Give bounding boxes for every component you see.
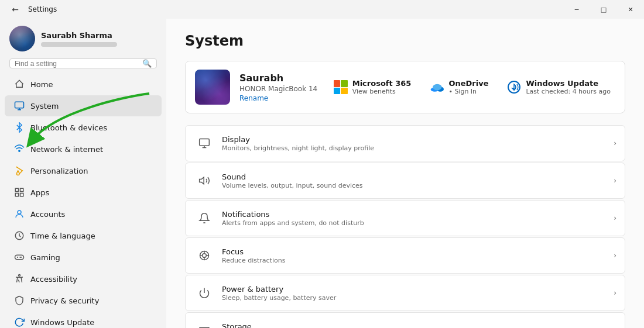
back-button[interactable]: ← [7, 1, 23, 18]
profile-info: Saurabh Sharma [41, 31, 117, 47]
sidebar-item-network[interactable]: Network & internet [5, 139, 162, 160]
settings-item-sub-notifications: Alerts from apps and system, do not dist… [222, 219, 614, 227]
sidebar-item-label-gaming: Gaming [30, 253, 152, 262]
sidebar-item-label-home: Home [30, 80, 152, 89]
settings-item-sub-focus: Reduce distractions [222, 257, 614, 264]
svg-point-15 [19, 275, 20, 277]
settings-item-text-sound: Sound Volume levels, output, input, soun… [222, 172, 614, 189]
svg-rect-10 [15, 255, 24, 260]
sidebar-item-accounts[interactable]: Accounts [5, 203, 162, 225]
service-onedrive: OneDrive Sign In [425, 79, 493, 95]
sidebar-item-gaming[interactable]: Gaming [5, 247, 162, 268]
sidebar-item-home[interactable]: Home [5, 74, 162, 95]
svg-point-14 [20, 257, 20, 258]
onedrive-icon [430, 80, 444, 94]
chevron-right-icon-focus: › [614, 251, 616, 260]
search-box[interactable]: 🔍 [9, 58, 157, 68]
settings-item-text-focus: Focus Reduce distractions [222, 247, 614, 264]
windows-update-icon [507, 80, 521, 94]
minimize-button[interactable]: ─ [563, 0, 590, 19]
maximize-button[interactable]: □ [590, 0, 617, 19]
svg-point-25 [203, 254, 207, 258]
user-card: Saurabh HONOR MagicBook 14 Rename Micros… [185, 61, 625, 113]
avatar [9, 26, 35, 51]
winupdate-sub: Last checked: 4 hours ago [526, 88, 611, 95]
sidebar-item-label-apps: Apps [30, 188, 152, 197]
settings-item-title-power: Power & battery [222, 285, 614, 294]
update-nav-icon [14, 317, 25, 327]
search-input[interactable] [15, 60, 139, 68]
profile-email-bar [41, 42, 117, 47]
onedrive-sub: Sign In [448, 88, 488, 95]
sidebar-item-bluetooth[interactable]: Bluetooth & devices [5, 117, 162, 138]
user-info: Saurabh HONOR MagicBook 14 Rename [239, 72, 320, 102]
sidebar-item-windows_update[interactable]: Windows Update [5, 312, 162, 328]
window-controls: ─ □ ✕ [563, 0, 644, 19]
monitor-nav-icon [14, 101, 25, 111]
svg-marker-23 [200, 177, 204, 184]
user-name: Saurabh [239, 72, 320, 84]
svg-point-8 [18, 210, 21, 214]
settings-item-power[interactable]: Power & battery Sleep, battery usage, ba… [185, 275, 625, 311]
settings-item-text-storage: Storage Storage space, drives, configura… [222, 322, 614, 329]
chevron-right-icon-notifications: › [614, 214, 616, 222]
svg-rect-0 [15, 102, 24, 108]
onedrive-name: OneDrive [448, 79, 488, 88]
close-button[interactable]: ✕ [617, 0, 644, 19]
settings-item-sub-power: Sleep, battery usage, battery saver [222, 294, 614, 302]
service-cards: Microsoft 365 View benefits OneDrive Sig… [329, 79, 615, 95]
avatar-image [9, 26, 35, 51]
sidebar-item-apps[interactable]: Apps [5, 182, 162, 203]
apps-nav-icon [14, 187, 25, 198]
settings-item-text-display: Display Monitors, brightness, night ligh… [222, 135, 614, 152]
settings-list: Display Monitors, brightness, night ligh… [185, 125, 625, 328]
settings-item-focus[interactable]: Focus Reduce distractions › [185, 237, 625, 274]
settings-item-title-notifications: Notifications [222, 210, 614, 219]
titlebar: ← Settings ─ □ ✕ [0, 0, 644, 19]
settings-item-display[interactable]: Display Monitors, brightness, night ligh… [185, 125, 625, 161]
sidebar-item-time[interactable]: Time & language [5, 225, 162, 246]
main-content: System Saurabh HONOR MagicBook 14 Rename… [166, 19, 644, 328]
sound-settings-icon [194, 170, 215, 191]
nav-list: Home System Bluetooth & devices Network … [0, 73, 166, 328]
brush-nav-icon [14, 165, 25, 176]
power-settings-icon [194, 282, 215, 303]
settings-item-text-power: Power & battery Sleep, battery usage, ba… [222, 285, 614, 302]
titlebar-left: ← Settings [7, 1, 57, 18]
storage-settings-icon [194, 320, 215, 328]
bluetooth-nav-icon [14, 122, 25, 133]
sidebar-item-label-accessibility: Accessibility [30, 275, 152, 284]
ms365-sub: View benefits [352, 88, 412, 95]
accessibility-nav-icon [14, 274, 25, 284]
clock-nav-icon [14, 230, 25, 241]
app-body: Saurabh Sharma 🔍 Home System Bluetooth &… [0, 19, 644, 328]
settings-item-storage[interactable]: Storage Storage space, drives, configura… [185, 312, 625, 328]
gaming-nav-icon [14, 252, 25, 263]
sidebar-item-system[interactable]: System [5, 95, 162, 116]
service-ms365: Microsoft 365 View benefits [329, 79, 416, 95]
ms365-name: Microsoft 365 [352, 79, 412, 88]
svg-rect-5 [20, 188, 23, 191]
settings-item-sub-display: Monitors, brightness, night light, displ… [222, 144, 614, 152]
settings-item-sound[interactable]: Sound Volume levels, output, input, soun… [185, 163, 625, 199]
winupdate-name: Windows Update [526, 79, 611, 88]
sidebar-item-accessibility[interactable]: Accessibility [5, 268, 162, 289]
search-icon: 🔍 [142, 59, 152, 68]
rename-link[interactable]: Rename [239, 94, 320, 102]
settings-item-notifications[interactable]: Notifications Alerts from apps and syste… [185, 200, 625, 236]
sidebar-item-privacy[interactable]: Privacy & security [5, 290, 162, 311]
settings-item-sub-sound: Volume levels, output, input, sound devi… [222, 182, 614, 189]
chevron-right-icon-display: › [614, 139, 616, 147]
profile-name: Saurabh Sharma [41, 31, 117, 40]
chevron-right-icon-power: › [614, 289, 616, 297]
chevron-right-icon-sound: › [614, 177, 616, 185]
sidebar-item-personalization[interactable]: Personalization [5, 160, 162, 181]
svg-rect-7 [20, 194, 23, 196]
settings-item-title-sound: Sound [222, 172, 614, 181]
focus-settings-icon [194, 245, 215, 266]
svg-point-13 [21, 257, 22, 258]
settings-item-text-notifications: Notifications Alerts from apps and syste… [222, 210, 614, 227]
sidebar-item-label-personalization: Personalization [30, 167, 152, 175]
app-title: Settings [28, 5, 57, 13]
ms365-icon [334, 80, 348, 94]
